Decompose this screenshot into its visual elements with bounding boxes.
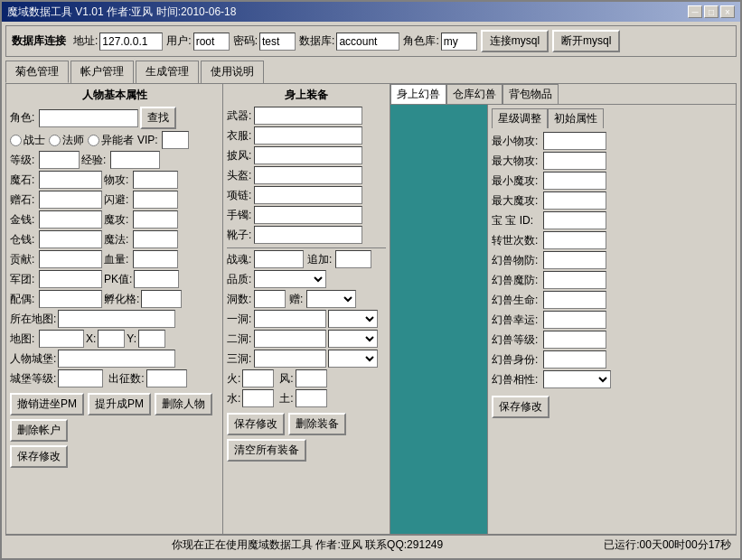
magicatk-input[interactable]: [133, 210, 178, 229]
weapon-input[interactable]: [254, 107, 362, 125]
cloak-input[interactable]: [254, 146, 362, 164]
gold-input[interactable]: [39, 210, 102, 229]
esper-radio[interactable]: 异能者: [88, 133, 134, 148]
tab-star-adjust[interactable]: 星级调整: [492, 108, 548, 128]
delete-equip-button[interactable]: 删除装备: [288, 413, 346, 435]
promote-pm-button[interactable]: 提升成PM: [88, 393, 151, 415]
holes-input[interactable]: [254, 290, 286, 308]
pk-input[interactable]: [134, 270, 179, 288]
minimize-button[interactable]: ─: [688, 5, 702, 18]
castle-input[interactable]: [58, 350, 175, 368]
map-input[interactable]: [39, 330, 84, 348]
creature-body-input[interactable]: [543, 350, 606, 369]
clear-equip-button[interactable]: 清空所有装备: [227, 439, 306, 462]
magicpower-input[interactable]: [133, 230, 178, 248]
level-input[interactable]: [39, 151, 80, 169]
tab-account-mgmt[interactable]: 帐户管理: [70, 61, 134, 83]
bracelet-input[interactable]: [254, 206, 362, 224]
currentmap-label: 所在地图:: [10, 312, 56, 327]
earth-input[interactable]: [296, 389, 327, 407]
save-equip-button[interactable]: 保存修改: [227, 413, 285, 435]
gift-select[interactable]: [306, 290, 356, 308]
creature-level-input[interactable]: [543, 331, 606, 349]
tab-backpack-items[interactable]: 背包物品: [502, 84, 559, 104]
currentmap-input[interactable]: [58, 310, 175, 328]
physatk-input[interactable]: [133, 171, 178, 189]
transfer-input[interactable]: [543, 231, 606, 249]
creature-magicdef-input[interactable]: [543, 271, 606, 289]
max-physatk-input[interactable]: [543, 152, 606, 170]
tab-initial-attr[interactable]: 初始属性: [548, 108, 604, 128]
transfer-label: 转世次数:: [492, 233, 541, 248]
battlesoul-input[interactable]: [254, 250, 304, 268]
fire-input[interactable]: [242, 369, 274, 387]
min-physatk-input[interactable]: [543, 132, 606, 150]
y-input[interactable]: [138, 330, 165, 348]
flash-input[interactable]: [133, 191, 178, 209]
shoes-input[interactable]: [254, 226, 362, 244]
save-char-button[interactable]: 保存修改: [10, 445, 68, 468]
castlelevel-input[interactable]: [58, 369, 103, 387]
warrior-radio[interactable]: 战士: [10, 133, 45, 148]
delete-account-button[interactable]: 删除帐户: [10, 419, 68, 442]
helmet-input[interactable]: [254, 166, 362, 184]
creature-nature-select[interactable]: [543, 370, 611, 388]
address-input[interactable]: [99, 33, 163, 51]
clothes-input[interactable]: [254, 126, 362, 145]
water-earth-row: 水: 土:: [227, 389, 386, 407]
creature-magicdef-row: 幻兽魔防:: [492, 271, 732, 289]
max-magicatk-input[interactable]: [543, 191, 606, 210]
tab-generate-mgmt[interactable]: 生成管理: [136, 61, 199, 83]
creature-luck-input[interactable]: [543, 311, 606, 329]
close-button[interactable]: ×: [720, 5, 735, 18]
warehouse-input[interactable]: [39, 230, 102, 248]
weapon-row: 武器:: [227, 107, 386, 125]
necklace-input[interactable]: [254, 186, 362, 204]
hole1-select[interactable]: [328, 310, 378, 328]
revoke-pm-button[interactable]: 撤销进坐PM: [10, 393, 84, 415]
delete-char-button[interactable]: 删除人物: [155, 393, 212, 415]
roledb-input[interactable]: [441, 33, 477, 51]
maximize-button[interactable]: □: [704, 5, 719, 18]
hole2-input[interactable]: [254, 330, 326, 348]
hp-input[interactable]: [133, 250, 178, 268]
creature-hp-input[interactable]: [543, 291, 606, 309]
exped-input[interactable]: [146, 369, 187, 387]
search-button[interactable]: 查找: [140, 107, 176, 129]
hole3-input[interactable]: [254, 350, 326, 368]
disconnect-mysql-button[interactable]: 断开mysql: [552, 30, 620, 52]
water-input[interactable]: [242, 389, 274, 407]
gem-input[interactable]: [39, 191, 102, 209]
tab-color-mgmt[interactable]: 菊色管理: [5, 61, 69, 83]
user-group: 用户:: [166, 33, 229, 51]
bracelet-label: 手镯:: [227, 208, 252, 223]
x-input[interactable]: [98, 330, 125, 348]
magicstone-input[interactable]: [39, 171, 102, 189]
min-magicatk-input[interactable]: [543, 172, 606, 190]
hole2-select[interactable]: [328, 330, 378, 348]
tab-help[interactable]: 使用说明: [201, 61, 264, 83]
companion-input[interactable]: [39, 290, 102, 308]
creature-def-input[interactable]: [543, 251, 606, 269]
role-input[interactable]: [39, 109, 138, 127]
hole3-select[interactable]: [328, 350, 378, 368]
quality-select[interactable]: [254, 270, 326, 288]
tab-warehouse-creature[interactable]: 仓库幻兽: [446, 84, 502, 104]
save-star-button[interactable]: 保存修改: [492, 396, 549, 418]
vip-input[interactable]: [162, 131, 189, 149]
connect-mysql-button[interactable]: 连接mysql: [481, 30, 549, 52]
add-input[interactable]: [335, 250, 371, 268]
hole1-input[interactable]: [254, 310, 326, 328]
army-input[interactable]: [39, 270, 102, 288]
mage-radio[interactable]: 法师: [49, 133, 84, 148]
hatch-input[interactable]: [141, 290, 182, 308]
creature-id-input[interactable]: [543, 211, 606, 229]
contribution-input[interactable]: [39, 250, 102, 268]
wind-input[interactable]: [296, 369, 327, 387]
cloak-row: 披风:: [227, 146, 386, 164]
tab-body-creature[interactable]: 身上幻兽: [390, 84, 446, 104]
db-input[interactable]: [336, 33, 399, 51]
user-input[interactable]: [193, 33, 230, 51]
exp-input[interactable]: [110, 151, 160, 169]
password-input[interactable]: [259, 33, 296, 51]
